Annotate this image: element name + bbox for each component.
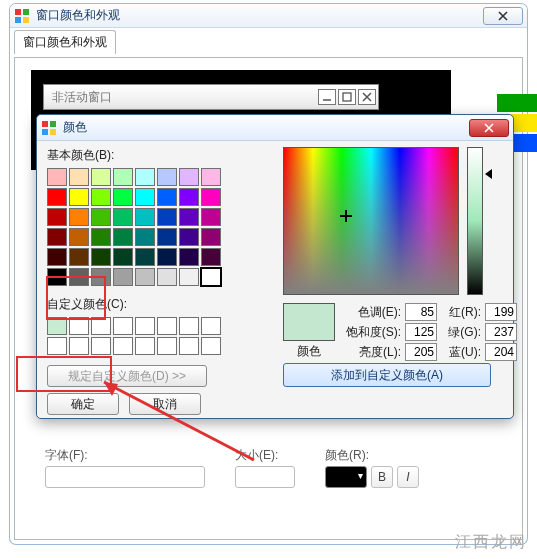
sat-label: 饱和度(S):	[343, 324, 403, 341]
basic-swatch[interactable]	[69, 228, 89, 246]
basic-swatch[interactable]	[69, 248, 89, 266]
basic-swatch[interactable]	[201, 228, 221, 246]
preview-inactive-window: 非活动窗口	[43, 84, 379, 110]
lum-input[interactable]	[405, 343, 437, 361]
size-label: 大小(E):	[235, 447, 295, 464]
basic-swatch[interactable]	[69, 208, 89, 226]
basic-swatch[interactable]	[157, 268, 177, 286]
svg-rect-2	[15, 17, 21, 23]
color-preview-swatch	[283, 303, 335, 341]
basic-swatch[interactable]	[179, 268, 199, 286]
basic-swatch[interactable]	[113, 188, 133, 206]
custom-swatch[interactable]	[135, 337, 155, 355]
basic-swatch[interactable]	[47, 168, 67, 186]
basic-swatch[interactable]	[113, 248, 133, 266]
basic-swatch[interactable]	[47, 268, 67, 286]
custom-swatch[interactable]	[179, 317, 199, 335]
minimize-icon	[318, 89, 336, 105]
svg-rect-7	[42, 129, 48, 135]
basic-swatch[interactable]	[91, 248, 111, 266]
custom-swatch[interactable]	[69, 337, 89, 355]
custom-swatch[interactable]	[201, 317, 221, 335]
basic-swatch[interactable]	[113, 168, 133, 186]
appearance-titlebar[interactable]: 窗口颜色和外观	[10, 4, 527, 28]
custom-swatch[interactable]	[47, 337, 67, 355]
basic-swatch[interactable]	[157, 208, 177, 226]
basic-swatch[interactable]	[201, 168, 221, 186]
basic-swatch[interactable]	[91, 268, 111, 286]
basic-swatch[interactable]	[201, 268, 221, 286]
custom-swatch[interactable]	[113, 337, 133, 355]
basic-swatch[interactable]	[135, 188, 155, 206]
custom-swatch[interactable]	[157, 317, 177, 335]
basic-swatch[interactable]	[47, 188, 67, 206]
custom-swatch[interactable]	[113, 317, 133, 335]
tab-appearance[interactable]: 窗口颜色和外观	[14, 30, 116, 54]
basic-swatch[interactable]	[201, 248, 221, 266]
basic-swatch[interactable]	[135, 168, 155, 186]
custom-swatch[interactable]	[91, 317, 111, 335]
green-input[interactable]	[485, 323, 517, 341]
watermark: 江西龙网	[455, 532, 527, 553]
basic-swatch[interactable]	[47, 248, 67, 266]
custom-swatch[interactable]	[201, 337, 221, 355]
custom-swatch[interactable]	[69, 317, 89, 335]
basic-swatch[interactable]	[201, 208, 221, 226]
cancel-button[interactable]: 取消	[129, 393, 201, 415]
basic-swatch[interactable]	[91, 208, 111, 226]
ok-button[interactable]: 确定	[47, 393, 119, 415]
italic-button[interactable]: I	[397, 466, 419, 488]
basic-swatch[interactable]	[179, 228, 199, 246]
color-dialog-titlebar[interactable]: 颜色	[37, 115, 513, 141]
ok-label: 确定	[71, 396, 95, 413]
basic-swatch[interactable]	[135, 208, 155, 226]
define-custom-button[interactable]: 规定自定义颜色(D) >>	[47, 365, 207, 387]
bold-button[interactable]: B	[371, 466, 393, 488]
custom-swatch[interactable]	[47, 317, 67, 335]
svg-rect-3	[23, 17, 29, 23]
basic-swatch[interactable]	[91, 188, 111, 206]
luminosity-slider[interactable]	[467, 147, 483, 295]
custom-swatch[interactable]	[135, 317, 155, 335]
basic-swatch[interactable]	[135, 228, 155, 246]
add-to-custom-button[interactable]: 添加到自定义颜色(A)	[283, 363, 491, 387]
basic-swatch[interactable]	[157, 248, 177, 266]
cancel-label: 取消	[153, 396, 177, 413]
blue-label: 蓝(U):	[439, 344, 483, 361]
hue-sat-picker[interactable]	[283, 147, 459, 295]
custom-swatch[interactable]	[91, 337, 111, 355]
basic-swatch[interactable]	[69, 168, 89, 186]
basic-swatch[interactable]	[179, 248, 199, 266]
basic-swatch[interactable]	[157, 168, 177, 186]
basic-swatch[interactable]	[69, 268, 89, 286]
size-input[interactable]	[235, 466, 295, 488]
font-input[interactable]	[45, 466, 205, 488]
basic-swatch[interactable]	[179, 208, 199, 226]
basic-swatch[interactable]	[113, 228, 133, 246]
color-dialog-close-button[interactable]	[469, 119, 509, 137]
basic-swatch[interactable]	[179, 168, 199, 186]
basic-swatch[interactable]	[135, 268, 155, 286]
tab-label: 窗口颜色和外观	[23, 34, 107, 51]
red-input[interactable]	[485, 303, 517, 321]
basic-swatch[interactable]	[91, 228, 111, 246]
window-logo-icon	[14, 8, 30, 24]
hue-input[interactable]	[405, 303, 437, 321]
sat-input[interactable]	[405, 323, 437, 341]
color-dropdown[interactable]	[325, 466, 367, 488]
basic-swatch[interactable]	[179, 188, 199, 206]
basic-swatch[interactable]	[135, 248, 155, 266]
custom-swatch[interactable]	[157, 337, 177, 355]
basic-swatch[interactable]	[201, 188, 221, 206]
basic-swatch[interactable]	[47, 208, 67, 226]
appearance-close-button[interactable]	[483, 7, 523, 25]
basic-swatch[interactable]	[91, 168, 111, 186]
basic-swatch[interactable]	[113, 208, 133, 226]
basic-swatch[interactable]	[157, 228, 177, 246]
basic-swatch[interactable]	[69, 188, 89, 206]
basic-swatch[interactable]	[157, 188, 177, 206]
basic-swatch[interactable]	[113, 268, 133, 286]
blue-input[interactable]	[485, 343, 517, 361]
custom-swatch[interactable]	[179, 337, 199, 355]
basic-swatch[interactable]	[47, 228, 67, 246]
